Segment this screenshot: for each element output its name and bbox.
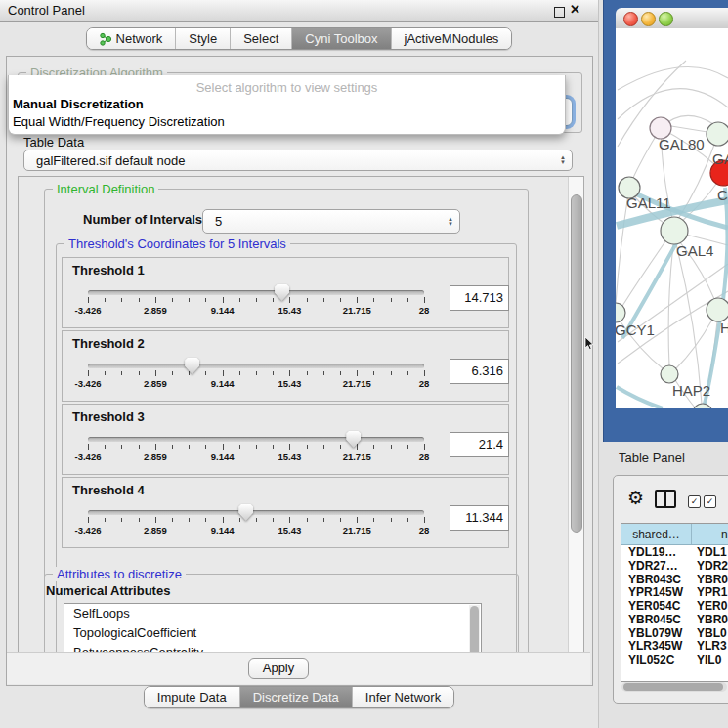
tab-cyni-toolbox[interactable]: Cyni Toolbox (292, 28, 391, 49)
tab-label: Discretize Data (253, 690, 339, 705)
tick-mark (391, 518, 392, 522)
threshold-value-field[interactable]: 6.316 (450, 359, 509, 384)
threshold-slider[interactable]: -3.4262.8599.14415.4321.71528 (88, 358, 424, 393)
slider-handle[interactable] (185, 358, 199, 374)
threshold-value-field[interactable]: 14.713 (450, 285, 509, 311)
network-edge[interactable] (676, 320, 712, 368)
threshold-value-field[interactable]: 11.344 (450, 505, 509, 531)
popup-option-equal-width-frequency[interactable]: Equal Width/Frequency Discretization (13, 114, 225, 129)
tick-label: 9.144 (201, 378, 244, 389)
network-edge[interactable] (671, 126, 707, 132)
tick-label: 9.144 (201, 451, 244, 462)
popup-option-manual-discretization[interactable]: Manual Discretization (13, 97, 144, 111)
tick-mark (172, 445, 173, 449)
split-columns-icon[interactable] (655, 490, 676, 508)
network-node[interactable] (661, 365, 678, 383)
table-data-label: Table Data (23, 135, 84, 150)
table-cell-shared-name: YDL19… (621, 545, 691, 559)
attribute-list-item[interactable]: TopologicalCoefficient (64, 623, 481, 643)
network-edge[interactable] (618, 89, 728, 119)
tick-mark (273, 518, 274, 522)
network-edge[interactable] (618, 66, 728, 90)
threshold-label: Threshold 1 (72, 263, 145, 278)
checkbox-icon[interactable]: ✓ (704, 495, 716, 508)
tick-mark (172, 518, 173, 522)
tab-select[interactable]: Select (231, 28, 292, 49)
tick-mark (172, 298, 173, 302)
tick-mark (407, 445, 408, 449)
checkbox-icon[interactable]: ✓ (688, 495, 701, 508)
threshold-slider[interactable]: -3.4262.8599.14415.4321.71528 (88, 431, 424, 466)
network-node[interactable] (693, 404, 712, 408)
tick-mark (340, 371, 341, 375)
attributes-scrollbar[interactable] (469, 605, 480, 655)
tick-mark (121, 371, 122, 375)
tick-mark (155, 517, 156, 523)
zoom-traffic-light-icon[interactable] (659, 12, 673, 26)
tick-label: 15.43 (268, 305, 311, 316)
close-traffic-light-icon[interactable] (623, 12, 638, 26)
float-window-icon[interactable] (554, 7, 565, 18)
popup-hint-text: Select algorithm to view settings (9, 80, 565, 95)
slider-handle[interactable] (275, 284, 289, 301)
apply-button[interactable]: Apply (248, 658, 309, 679)
close-icon[interactable]: ✕ (570, 2, 580, 17)
tab-network[interactable]: Network (87, 28, 177, 49)
table-row[interactable]: YER054CYER0 (621, 599, 728, 613)
tick-mark (289, 444, 290, 450)
tick-mark (205, 298, 206, 302)
table-row[interactable]: YBR045CYBR0 (621, 613, 728, 626)
threshold-slider[interactable]: -3.4262.8599.14415.4321.71528 (88, 284, 424, 320)
table-row[interactable]: YLR345WYLR3 (621, 640, 728, 654)
slider-handle[interactable] (238, 504, 253, 521)
table-row[interactable]: YBL079WYBL0 (621, 626, 728, 640)
node-attribute-table[interactable]: shared… n YDL19…YDL1YDR27…YDR2YBR043CYBR… (621, 523, 728, 682)
threshold-label: Threshold 4 (72, 483, 145, 497)
tab-discretize-data[interactable]: Discretize Data (240, 687, 353, 707)
network-window-titlebar[interactable] (616, 8, 728, 29)
tick-mark (205, 445, 206, 449)
network-node[interactable] (616, 303, 625, 322)
network-node[interactable] (707, 298, 728, 321)
tick-mark (391, 445, 392, 449)
tick-mark (239, 445, 240, 449)
tick-mark (289, 517, 290, 523)
interval-group-title: Interval Definition (53, 182, 158, 196)
attribute-list-item[interactable]: SelfLoops (64, 604, 481, 623)
tick-label: 28 (403, 451, 446, 462)
settings-gear-icon[interactable]: ⚙ (627, 487, 644, 508)
tick-mark (323, 445, 324, 449)
threshold-slider[interactable]: -3.4262.8599.14415.4321.71528 (88, 504, 424, 539)
threshold-value-field[interactable]: 21.4 (450, 432, 509, 457)
minimize-traffic-light-icon[interactable] (641, 12, 656, 26)
table-row[interactable]: YBR043CYBR0 (621, 573, 728, 586)
network-node[interactable] (661, 217, 688, 244)
tab-jactivemnodules[interactable]: jActiveMNodules (392, 28, 512, 49)
column-header-shared-name[interactable]: shared… (621, 524, 692, 544)
column-header-name[interactable]: n (692, 524, 728, 544)
table-row[interactable]: YPR145WYPR1 (621, 585, 728, 599)
numerical-attributes-list[interactable]: SelfLoopsTopologicalCoefficientBetweenne… (64, 603, 482, 655)
settings-vertical-scrollbar[interactable] (568, 177, 584, 654)
network-edge-highlighted[interactable] (617, 387, 663, 408)
slider-handle[interactable] (346, 431, 361, 448)
tab-impute-data[interactable]: Impute Data (145, 687, 240, 707)
table-row[interactable]: YIL052CYIL0 (621, 653, 728, 666)
threshold-label: Threshold 2 (72, 336, 145, 351)
network-node[interactable] (707, 122, 728, 146)
table-data-combobox[interactable]: galFiltered.sif default node ▲▼ (23, 150, 573, 171)
table-horizontal-scrollbar[interactable] (621, 682, 727, 692)
network-canvas[interactable]: GAL80GACGAL11GAL4GCY1HHAP2 (616, 28, 728, 408)
table-row[interactable]: YDL19…YDL1 (621, 545, 728, 559)
tick-mark (273, 371, 274, 375)
tick-label: 21.715 (335, 305, 378, 316)
stepper-arrows-icon: ▲▼ (554, 155, 572, 165)
tab-infer-network[interactable]: Infer Network (353, 687, 453, 707)
table-row[interactable]: YDR27…YDR2 (621, 559, 728, 573)
network-node-label: GAL80 (659, 136, 705, 152)
table-cell-name: YER0 (691, 599, 728, 613)
tab-style[interactable]: Style (176, 28, 231, 49)
tick-mark (340, 518, 341, 522)
tab-label: Select (243, 31, 278, 46)
number-of-intervals-combobox[interactable]: 5 ▲▼ (202, 209, 460, 234)
